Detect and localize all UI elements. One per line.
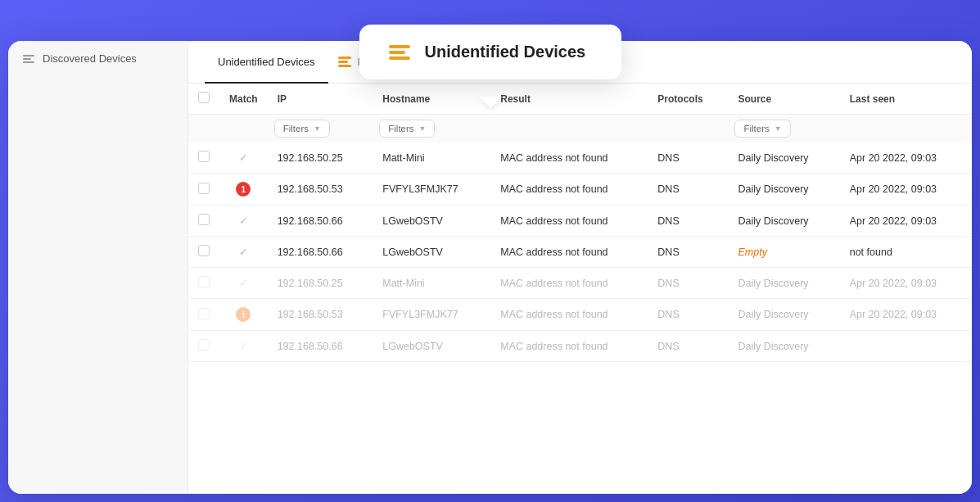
row-hostname: LGwebOSTV (373, 331, 490, 362)
row-checkbox[interactable] (198, 214, 210, 225)
row-result: MAC address not found (490, 142, 648, 174)
popup-stack-icon (389, 45, 410, 60)
table-body: ✓192.168.50.25Matt-MiniMAC address not f… (188, 142, 972, 362)
row-last-seen: Apr 20 2022, 09:03 (840, 299, 972, 331)
tab-unidentified-devices[interactable]: Unidentified Devices (205, 41, 328, 84)
col-match: Match (219, 84, 268, 115)
row-result: MAC address not found (490, 174, 648, 206)
match-check-icon: ✓ (239, 277, 248, 289)
table-row: 1192.168.50.53FVFYL3FMJK77MAC address no… (188, 174, 972, 206)
row-checkbox-cell (188, 142, 219, 174)
source-filter-cell: Filters ▼ (728, 115, 839, 143)
col-checkbox (188, 84, 219, 115)
row-checkbox-cell (188, 174, 219, 206)
row-protocols: DNS (648, 174, 728, 206)
row-ip: 192.168.50.66 (268, 206, 373, 237)
row-ip: 192.168.50.25 (268, 268, 373, 299)
row-protocols: DNS (648, 299, 728, 331)
match-check-icon: ✓ (239, 246, 248, 258)
match-check-icon: ✓ (239, 340, 248, 352)
col-source: Source (728, 84, 839, 115)
filter-arrow-icon: ▼ (775, 124, 782, 133)
row-protocols: DNS (648, 237, 728, 268)
row-checkbox[interactable] (198, 151, 210, 162)
row-result: MAC address not found (490, 206, 648, 237)
devices-table: Match IP Hostname Result Protocols (188, 84, 972, 362)
row-match-cell: 1 (219, 174, 268, 206)
match-badge-red: 1 (236, 182, 251, 197)
col-hostname: Hostname (373, 84, 490, 115)
row-checkbox[interactable] (198, 245, 210, 256)
row-last-seen (840, 331, 972, 362)
row-last-seen: Apr 20 2022, 09:03 (840, 268, 972, 299)
table-row: i192.168.50.53FVFYL3FMJK77MAC address no… (188, 299, 972, 331)
row-hostname: Matt-Mini (373, 268, 490, 299)
content-area: Unidentified Devices Pending ▼ (188, 41, 972, 494)
row-result: MAC address not found (490, 331, 648, 362)
row-ip: 192.168.50.53 (268, 299, 373, 331)
row-checkbox-cell (188, 237, 219, 268)
col-ip: IP (268, 84, 373, 115)
row-result: MAC address not found (490, 268, 648, 299)
row-last-seen: Apr 20 2022, 09:03 (840, 174, 972, 206)
match-badge-info: i (236, 307, 251, 322)
row-match-cell: ✓ (219, 142, 268, 174)
row-ip: 192.168.50.66 (268, 331, 373, 362)
row-match-cell: ✓ (219, 331, 268, 362)
row-ip: 192.168.50.66 (268, 237, 373, 268)
row-hostname: LGwebOSTV (373, 237, 490, 268)
hostname-filter-cell: Filters ▼ (373, 115, 490, 143)
table-row: ✓192.168.50.25Matt-MiniMAC address not f… (188, 142, 972, 174)
table-row: ✓192.168.50.25Matt-MiniMAC address not f… (188, 268, 972, 299)
row-last-seen: not found (840, 237, 972, 268)
table-row: ✓192.168.50.66LGwebOSTVMAC address not f… (188, 237, 972, 268)
row-match-cell: ✓ (219, 268, 268, 299)
list-icon (23, 55, 34, 63)
filter-arrow-icon: ▼ (419, 124, 427, 133)
row-checkbox-cell (188, 206, 219, 237)
source-filter-button[interactable]: Filters ▼ (734, 120, 790, 138)
row-match-cell: i (219, 299, 268, 331)
row-match-cell: ✓ (219, 237, 268, 268)
row-hostname: LGwebOSTV (373, 206, 490, 237)
select-all-checkbox[interactable] (198, 92, 210, 103)
col-result: Result (490, 84, 648, 115)
table-row: ✓192.168.50.66LGwebOSTVMAC address not f… (188, 206, 972, 237)
sidebar: Discovered Devices (8, 41, 188, 494)
match-check-icon: ✓ (239, 152, 248, 164)
row-result: MAC address not found (490, 299, 648, 331)
row-protocols: DNS (648, 206, 728, 237)
row-source: Daily Discovery (728, 299, 839, 331)
row-source: Daily Discovery (728, 142, 839, 174)
row-checkbox[interactable] (198, 339, 210, 350)
row-match-cell: ✓ (219, 206, 268, 237)
row-source: Daily Discovery (728, 206, 839, 237)
col-protocols: Protocols (648, 84, 728, 115)
sidebar-item-discovered-devices[interactable]: Discovered Devices (8, 41, 187, 76)
layers-icon (338, 57, 351, 67)
row-source: Daily Discovery (728, 331, 839, 362)
filter-row: Filters ▼ Filters ▼ (188, 115, 972, 143)
table-wrapper[interactable]: Match IP Hostname Result Protocols (188, 84, 972, 494)
row-checkbox-cell (188, 268, 219, 299)
row-checkbox-cell (188, 299, 219, 331)
row-checkbox[interactable] (198, 276, 210, 287)
hostname-filter-button[interactable]: Filters ▼ (379, 120, 435, 138)
match-check-icon: ✓ (239, 215, 248, 227)
row-source: Daily Discovery (728, 174, 839, 206)
sidebar-item-label: Discovered Devices (43, 52, 137, 65)
main-card: Discovered Devices Unidentified Devices … (8, 41, 972, 494)
popup-title: Unidentified Devices (425, 43, 586, 61)
row-checkbox[interactable] (198, 183, 210, 194)
row-last-seen: Apr 20 2022, 09:03 (840, 206, 972, 237)
row-result: MAC address not found (490, 237, 648, 268)
row-source: Daily Discovery (728, 268, 839, 299)
filter-arrow-icon: ▼ (314, 124, 321, 133)
table-header-row: Match IP Hostname Result Protocols (188, 84, 972, 115)
row-checkbox[interactable] (198, 308, 210, 319)
row-protocols: DNS (648, 268, 728, 299)
ip-filter-button[interactable]: Filters ▼ (274, 120, 330, 138)
row-protocols: DNS (648, 331, 728, 362)
ip-filter-cell: Filters ▼ (268, 115, 373, 143)
col-last-seen: Last seen (840, 84, 972, 115)
